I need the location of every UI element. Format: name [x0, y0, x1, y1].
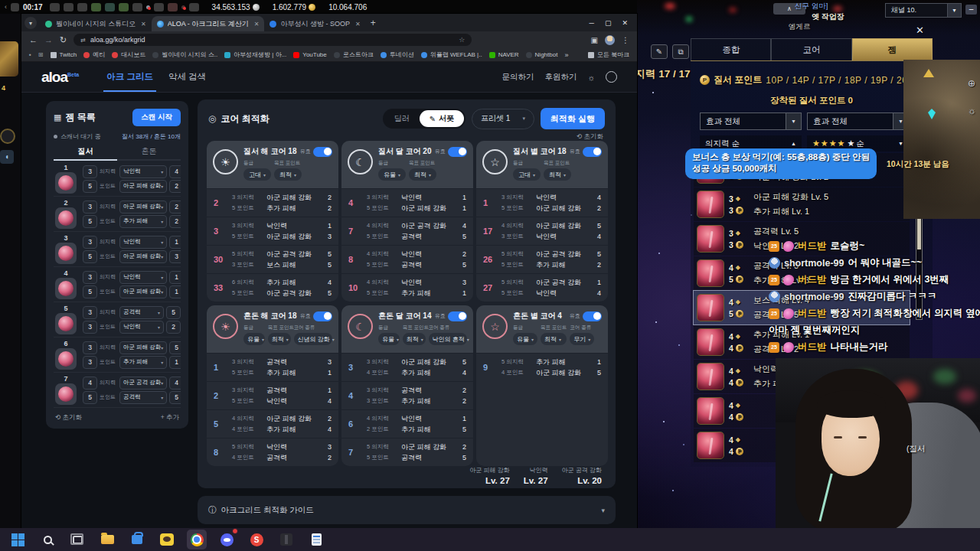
close-button[interactable]: ✕: [622, 19, 628, 27]
bookmark-item[interactable]: NAVER: [489, 51, 519, 58]
browser-tab-3[interactable]: 아부성시 생방 - SOOP ✕: [264, 16, 365, 31]
core-gem-row[interactable]: 1 3 의지력낙인력4 5 포인트아군 피해 강화2: [476, 188, 608, 217]
effect-level[interactable]: 1: [169, 285, 181, 298]
will-cost[interactable]: 3: [83, 236, 97, 249]
point-cost[interactable]: 5: [83, 285, 97, 298]
channel-select[interactable]: 채널 10.▼: [885, 3, 962, 18]
grade-select[interactable]: 유물▾: [378, 333, 400, 345]
extensions-icon[interactable]: ▣: [591, 36, 598, 44]
effect-select[interactable]: 아군 피해 강화▾: [119, 180, 167, 193]
core-gem-row[interactable]: 4 3 의지력공격력2 3 포인트추가 피해2: [341, 381, 473, 409]
will-cost[interactable]: 4: [83, 377, 97, 390]
chrome-icon[interactable]: [187, 530, 207, 549]
effect-level[interactable]: 1: [169, 271, 181, 284]
effect-select[interactable]: 낙인력▾: [119, 321, 164, 334]
bookmark-item[interactable]: 아부성재생방 | 아...: [224, 51, 286, 59]
guide-bar[interactable]: ⓘ 아크그리드 최적화 가이드 ▾: [198, 496, 616, 524]
bookmark-item[interactable]: 로스트아크: [334, 51, 374, 59]
core-type-select[interactable]: 신념의 강화▾: [294, 333, 333, 345]
bookmark-item[interactable]: 대시보드: [112, 51, 145, 59]
effect-level[interactable]: 2: [169, 215, 181, 228]
valid-toggle[interactable]: [448, 311, 467, 321]
target-select[interactable]: 최적▾: [544, 168, 571, 181]
profile-icon[interactable]: [606, 71, 617, 83]
effect-filter-select[interactable]: 효과 전체▼: [807, 112, 909, 130]
core-gem-row[interactable]: 4 3 의지력낙인력1 5 포인트아군 피해 강화1: [341, 188, 473, 217]
support-mode-button[interactable]: ✎서폿: [420, 110, 464, 127]
theme-toggle-icon[interactable]: ☼: [587, 73, 595, 82]
grade-select[interactable]: 고대▾: [513, 168, 541, 181]
valid-toggle[interactable]: [313, 147, 332, 157]
effect-level[interactable]: 2: [169, 201, 181, 214]
core-gem-row[interactable]: 33 6 의지력추가 피해4 5 포인트아군 공격 강화5: [207, 273, 338, 302]
scan-start-button[interactable]: 스캔 시작: [132, 109, 181, 126]
effect-select[interactable]: 낙인력▾: [119, 236, 167, 249]
menu-icon[interactable]: ⋮: [622, 36, 629, 44]
valid-toggle[interactable]: [448, 147, 467, 157]
tab-close-icon[interactable]: ✕: [254, 21, 260, 28]
core-gem-row[interactable]: 5 4 의지력아군 피해 강화2 4 포인트추가 피해4: [207, 409, 338, 438]
effect-level[interactable]: 1: [169, 356, 181, 369]
point-cost[interactable]: 5: [83, 215, 97, 228]
panel-close-icon[interactable]: ✕: [916, 24, 924, 36]
effect-level[interactable]: 2: [166, 321, 181, 334]
will-cost[interactable]: 3: [83, 306, 97, 319]
support-link[interactable]: 후원하기: [544, 72, 577, 83]
tab-close-icon[interactable]: ✕: [141, 21, 146, 28]
bookmark-item[interactable]: Twitch: [51, 51, 77, 58]
minimize-button[interactable]: ─: [590, 19, 594, 27]
point-cost[interactable]: 5: [83, 250, 97, 263]
nav-accessory-search[interactable]: 악세 검색: [168, 62, 206, 92]
add-gem-button[interactable]: + 추가: [161, 413, 179, 422]
obs-icon[interactable]: [276, 530, 296, 549]
bookmark-item[interactable]: 예티: [83, 51, 105, 59]
tab-order[interactable]: 질서: [54, 146, 117, 159]
core-gem-row[interactable]: 8 4 의지력낙인력2 5 포인트공격력5: [341, 245, 473, 273]
reload-button[interactable]: ↻: [60, 35, 67, 45]
target-select[interactable]: 최적▾: [274, 168, 302, 181]
effect-select[interactable]: 공격력▾: [119, 391, 167, 404]
will-cost[interactable]: 3: [83, 271, 97, 284]
effect-select[interactable]: 아군 피해 강화▾: [119, 201, 167, 214]
target-select[interactable]: 최적▾: [268, 333, 291, 345]
core-gem-row[interactable]: 1 3 의지력공격력3 5 포인트추가 피해1: [207, 353, 338, 381]
copy-icon[interactable]: ⧉: [672, 44, 689, 59]
game-minimize-button[interactable]: –: [965, 5, 977, 15]
effect-level[interactable]: 5: [169, 391, 181, 404]
bookmark-item[interactable]: 위플랩 WEFLAB |..: [421, 51, 482, 59]
grade-select[interactable]: 유물▾: [513, 333, 537, 345]
effect-select[interactable]: 추가 피해▾: [119, 215, 167, 228]
core-gem-row[interactable]: 7 5 의지력아군 피해 강화2 5 포인트공격력5: [341, 438, 473, 466]
target-select[interactable]: 최적▾: [409, 168, 436, 181]
core-gem-row[interactable]: 8 5 의지력낙인력3 4 포인트공격력2: [207, 438, 338, 466]
site-info-icon[interactable]: ⇄: [80, 37, 86, 44]
store-icon[interactable]: [127, 530, 147, 549]
will-cost[interactable]: 3: [83, 165, 97, 178]
tab-total[interactable]: 종합: [691, 38, 771, 60]
dealer-mode-button[interactable]: 딜러: [384, 110, 420, 127]
bookmarks-overflow-icon[interactable]: »: [564, 51, 568, 59]
effect-select[interactable]: 공격력▾: [119, 306, 164, 319]
grade-select[interactable]: 유물▾: [243, 333, 265, 345]
grade-select[interactable]: 유물▾: [378, 168, 406, 181]
inventory-gem-row[interactable]: 3◆ 3P 아군 피해 강화 Lv. 5 추가 피해 Lv. 1: [694, 187, 910, 221]
grade-select[interactable]: 고대▾: [243, 168, 271, 181]
browser-tab-active[interactable]: ALOA - 아크그리드 계산기 ✕: [152, 16, 265, 31]
task-view-icon[interactable]: [67, 530, 87, 549]
run-optimization-button[interactable]: 최적화 실행: [541, 108, 605, 129]
core-gem-row[interactable]: 2 3 의지력공격력1 5 포인트낙인력4: [207, 381, 338, 409]
core-gem-row[interactable]: 26 5 의지력아군 공격 강화5 5 포인트추가 피해2: [476, 245, 608, 273]
effect-level[interactable]: 5: [166, 306, 181, 319]
will-cost[interactable]: 3: [83, 201, 97, 214]
valid-toggle[interactable]: [313, 311, 332, 321]
notes-icon[interactable]: [306, 530, 326, 549]
reset-button[interactable]: ⟲ 초기화: [55, 413, 82, 422]
effect-select[interactable]: 아군 피해 강화▾: [119, 250, 167, 263]
apps-grid-icon[interactable]: ⊞: [38, 51, 44, 58]
maximize-button[interactable]: ▢: [605, 19, 612, 27]
core-gem-row[interactable]: 10 4 의지력낙인력3 5 포인트추가 피해1: [341, 273, 473, 302]
contact-link[interactable]: 문의하기: [501, 72, 534, 83]
will-cost[interactable]: 3: [83, 341, 97, 354]
effect-level[interactable]: 4: [169, 165, 181, 178]
bookmark-item[interactable]: 붱이네이 시지의 스..: [152, 51, 217, 59]
